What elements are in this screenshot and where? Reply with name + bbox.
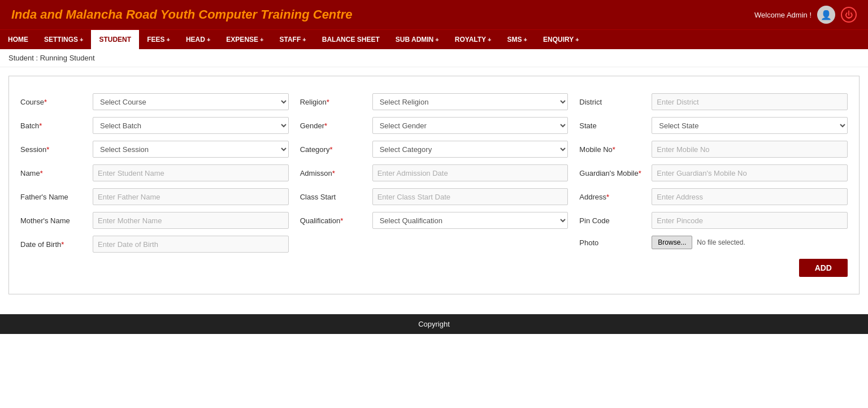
nav-royalty[interactable]: ROYALTY + [447, 30, 500, 49]
mobile-input[interactable] [652, 141, 848, 158]
class-start-row: Class Start [300, 188, 568, 205]
address-label: Address* [579, 193, 647, 201]
footer-text: Copyright [418, 320, 450, 328]
qualification-row: Qualification* Select Qualification [300, 212, 568, 229]
mother-name-row: Mother's Name [20, 212, 289, 229]
mother-name-label: Mother's Name [20, 216, 88, 225]
class-start-input[interactable] [372, 188, 568, 205]
add-button-row: ADD [579, 256, 848, 277]
navbar: HOME SETTINGS + STUDENT FEES + HEAD + EX… [0, 29, 868, 49]
name-row: Name* [20, 164, 289, 181]
address-row: Address* [579, 188, 848, 205]
district-input[interactable] [652, 93, 848, 110]
religion-row: Religion* Select Religion [300, 93, 568, 110]
dob-label: Date of Birth* [20, 240, 88, 249]
form-container: Course* Select Course Batch* Select Batc… [8, 76, 860, 294]
batch-label: Batch* [20, 121, 88, 130]
browse-button[interactable]: Browse... [652, 236, 692, 249]
nav-student[interactable]: STUDENT [91, 30, 139, 49]
state-row: State Select State [579, 117, 848, 134]
qualification-label: Qualification* [300, 216, 368, 225]
photo-label: Photo [579, 238, 647, 247]
nav-expense[interactable]: EXPENSE + [218, 30, 271, 49]
father-name-label: Father's Name [20, 193, 88, 201]
dob-input[interactable] [93, 236, 289, 253]
pincode-label: Pin Code [579, 216, 647, 225]
no-file-text: No file selected. [697, 238, 745, 246]
dob-row: Date of Birth* [20, 236, 289, 253]
header: Inda and Malancha Road Youth Computer Tr… [0, 0, 868, 29]
father-name-input[interactable] [93, 188, 289, 205]
address-input[interactable] [652, 188, 848, 205]
course-label: Course* [20, 98, 88, 106]
name-label: Name* [20, 169, 88, 177]
class-start-label: Class Start [300, 193, 368, 201]
course-select[interactable]: Select Course [93, 93, 289, 110]
category-row: Category* Select Category [300, 141, 568, 158]
admission-label: Admisson* [300, 169, 368, 177]
guardian-mobile-row: Guardian's Mobile* [579, 164, 848, 181]
category-label: Category* [300, 145, 368, 154]
form-col-1: Course* Select Course Batch* Select Batc… [20, 93, 289, 277]
form-grid: Course* Select Course Batch* Select Batc… [20, 93, 848, 277]
header-right: Welcome Admin ! 👤 ⏻ [754, 6, 857, 24]
nav-fees[interactable]: FEES + [139, 30, 178, 49]
session-label: Session* [20, 145, 88, 154]
footer: Copyright [0, 314, 868, 334]
batch-select[interactable]: Select Batch [93, 117, 289, 134]
add-button[interactable]: ADD [799, 259, 848, 277]
nav-settings[interactable]: SETTINGS + [36, 30, 91, 49]
file-input-row: Browse... No file selected. [652, 236, 745, 249]
mother-name-input[interactable] [93, 212, 289, 229]
state-select[interactable]: Select State [652, 117, 848, 134]
admission-row: Admisson* [300, 164, 568, 181]
mobile-label: Mobile No* [579, 145, 647, 154]
gender-row: Gender* Select Gender [300, 117, 568, 134]
nav-enquiry[interactable]: ENQUIRY + [535, 30, 587, 49]
session-select[interactable]: Select Session [93, 141, 289, 158]
photo-row: Photo Browse... No file selected. [579, 236, 848, 249]
nav-balance-sheet[interactable]: BALANCE SHEET [314, 30, 388, 49]
breadcrumb: Student : Running Student [0, 49, 868, 67]
guardian-mobile-input[interactable] [652, 164, 848, 181]
district-label: District [579, 98, 647, 106]
gender-select[interactable]: Select Gender [372, 117, 568, 134]
qualification-select[interactable]: Select Qualification [372, 212, 568, 229]
nav-staff[interactable]: STAFF + [272, 30, 314, 49]
student-name-input[interactable] [93, 164, 289, 181]
power-icon[interactable]: ⏻ [841, 7, 857, 23]
batch-row: Batch* Select Batch [20, 117, 289, 134]
category-select[interactable]: Select Category [372, 141, 568, 158]
father-name-row: Father's Name [20, 188, 289, 205]
nav-head[interactable]: HEAD + [178, 30, 218, 49]
form-col-3: District State Select State Mobile No* G… [579, 93, 848, 277]
main-content: Course* Select Course Batch* Select Batc… [0, 67, 868, 303]
state-label: State [579, 121, 647, 130]
district-row: District [579, 93, 848, 110]
site-title: Inda and Malancha Road Youth Computer Tr… [11, 7, 352, 22]
nav-home[interactable]: HOME [0, 30, 36, 49]
guardian-mobile-label: Guardian's Mobile* [579, 169, 647, 177]
gender-label: Gender* [300, 121, 368, 130]
session-row: Session* Select Session [20, 141, 289, 158]
religion-label: Religion* [300, 98, 368, 106]
nav-sms[interactable]: SMS + [500, 30, 535, 49]
mobile-row: Mobile No* [579, 141, 848, 158]
admission-date-input[interactable] [372, 164, 568, 181]
religion-select[interactable]: Select Religion [372, 93, 568, 110]
pincode-input[interactable] [652, 212, 848, 229]
pincode-row: Pin Code [579, 212, 848, 229]
welcome-text: Welcome Admin ! [754, 11, 811, 19]
course-row: Course* Select Course [20, 93, 289, 110]
form-col-2: Religion* Select Religion Gender* Select… [300, 93, 568, 277]
nav-sub-admin[interactable]: SUB ADMIN + [388, 30, 447, 49]
user-icon: 👤 [817, 6, 835, 24]
